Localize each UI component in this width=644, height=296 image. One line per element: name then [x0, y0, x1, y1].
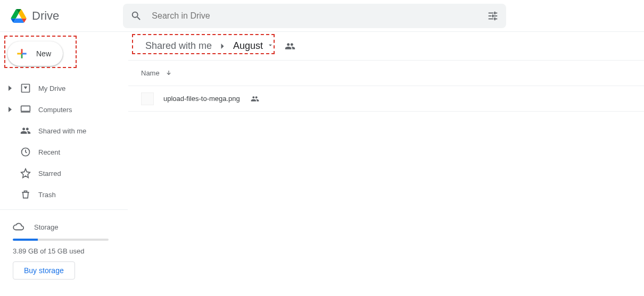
logo[interactable]: Drive	[11, 9, 59, 23]
search-icon[interactable]	[130, 10, 142, 22]
svg-rect-2	[489, 18, 493, 19]
cloud-icon	[13, 221, 24, 233]
nav-label: Starred	[38, 170, 61, 177]
column-header-name[interactable]: Name	[128, 61, 644, 86]
nav-storage[interactable]: Storage	[13, 216, 128, 238]
star-icon	[19, 168, 32, 179]
file-thumbnail	[141, 92, 154, 105]
shared-folder-icon	[285, 41, 295, 52]
new-button[interactable]: New	[7, 41, 63, 66]
svg-rect-1	[489, 15, 492, 16]
trash-icon	[19, 189, 32, 200]
caret-down-icon	[267, 41, 274, 49]
sidebar: New My Drive Computers Shared with me	[0, 32, 128, 296]
storage-used-text: 3.89 GB of 15 GB used	[13, 247, 128, 255]
breadcrumb: Shared with me August	[128, 32, 644, 61]
nav-starred[interactable]: Starred	[0, 163, 128, 184]
people-icon	[19, 125, 32, 136]
nav-shared-with-me[interactable]: Shared with me	[0, 120, 128, 141]
nav-trash[interactable]: Trash	[0, 184, 128, 205]
svg-rect-0	[489, 12, 493, 13]
search-options-icon[interactable]	[487, 10, 499, 22]
computers-icon	[19, 104, 32, 115]
storage-bar	[13, 239, 109, 241]
file-name: upload-files-to-mega.png	[163, 95, 240, 103]
nav-my-drive[interactable]: My Drive	[0, 78, 128, 99]
shared-icon	[251, 95, 259, 103]
search-input[interactable]	[152, 11, 418, 21]
expand-icon[interactable]	[7, 86, 13, 91]
file-row[interactable]: upload-files-to-mega.png	[128, 86, 644, 112]
drive-logo-icon	[11, 9, 27, 23]
main-content: Shared with me August Name upload-files-…	[128, 32, 644, 296]
breadcrumb-parent[interactable]: Shared with me	[141, 38, 216, 54]
nav-label: Shared with me	[38, 127, 86, 135]
svg-rect-6	[494, 12, 497, 13]
nav-label: Recent	[38, 148, 60, 156]
nav-label: Trash	[38, 191, 56, 199]
nav-label: Computers	[38, 106, 72, 114]
new-button-label: New	[36, 49, 51, 58]
header: Drive	[0, 0, 644, 32]
storage-section: Storage 3.89 GB of 15 GB used Buy storag…	[0, 214, 128, 280]
storage-label: Storage	[34, 223, 59, 231]
svg-rect-8	[494, 18, 497, 19]
breadcrumb-current-label: August	[233, 40, 263, 51]
clock-icon	[19, 147, 32, 157]
svg-rect-10	[21, 106, 30, 111]
arrow-down-icon	[165, 70, 172, 77]
storage-fill	[13, 239, 38, 241]
svg-rect-7	[492, 15, 498, 16]
chevron-right-icon	[217, 41, 228, 52]
my-drive-icon	[19, 83, 32, 94]
app-title: Drive	[32, 9, 59, 23]
nav-list: My Drive Computers Shared with me Recent	[0, 78, 128, 205]
expand-icon[interactable]	[7, 107, 13, 112]
nav-label: My Drive	[38, 84, 65, 92]
column-name-label: Name	[141, 69, 160, 77]
nav-recent[interactable]: Recent	[0, 141, 128, 163]
breadcrumb-current[interactable]: August	[229, 38, 278, 54]
plus-icon	[15, 47, 29, 61]
buy-storage-button[interactable]: Buy storage	[13, 261, 75, 280]
divider	[0, 209, 128, 210]
nav-computers[interactable]: Computers	[0, 99, 128, 120]
search-bar[interactable]	[123, 4, 506, 28]
